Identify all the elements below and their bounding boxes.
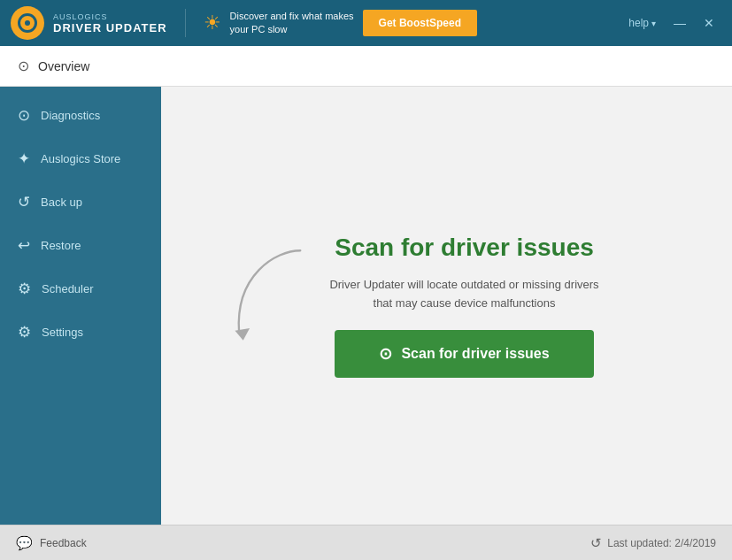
last-updated-label: Last updated: 2/4/2019: [607, 537, 716, 549]
close-button[interactable]: ✕: [697, 13, 721, 33]
scan-button-label: Scan for driver issues: [401, 346, 549, 362]
main-layout: ⊙ Diagnostics ✦ Auslogics Store ↺ Back u…: [0, 87, 732, 525]
footer-bar: 💬 Feedback ↺ Last updated: 2/4/2019: [0, 525, 732, 560]
overview-bar: ⊙ Overview: [0, 46, 732, 87]
main-content: Scan for driver issues Driver Updater wi…: [161, 87, 732, 525]
app-name-top: Auslogics: [53, 12, 167, 21]
title-bar: Auslogics DRIVER UPDATER ☀ Discover and …: [0, 0, 732, 46]
app-logo: [11, 6, 44, 40]
sidebar-item-settings[interactable]: ⚙ Settings: [0, 311, 161, 354]
scan-button-icon: ⊙: [379, 344, 392, 364]
logo-area: Auslogics DRIVER UPDATER: [11, 6, 167, 40]
title-divider: [185, 9, 186, 37]
content-center: Scan for driver issues Driver Updater wi…: [329, 234, 598, 379]
feedback-label: Feedback: [40, 537, 87, 549]
sidebar-item-restore[interactable]: ↩ Restore: [0, 224, 161, 267]
promo-text: Discover and fix what makes your PC slow: [230, 10, 354, 37]
sidebar-item-auslogics-store[interactable]: ✦ Auslogics Store: [0, 137, 161, 180]
arrow-decoration: [223, 242, 320, 349]
restore-icon: ↩: [18, 236, 30, 255]
promo-area: ☀ Discover and fix what makes your PC sl…: [204, 10, 612, 37]
scan-button[interactable]: ⊙ Scan for driver issues: [335, 330, 593, 378]
overview-icon: ⊙: [18, 58, 29, 74]
settings-icon: ⚙: [18, 323, 31, 341]
sidebar-item-label: Diagnostics: [41, 109, 100, 122]
svg-marker-0: [235, 328, 250, 341]
help-button[interactable]: help: [621, 13, 663, 33]
store-icon: ✦: [18, 150, 30, 168]
sidebar-item-label: Settings: [42, 326, 83, 339]
sidebar-item-label: Auslogics Store: [41, 152, 120, 165]
update-icon: ↺: [590, 535, 602, 551]
scheduler-icon: ⚙: [18, 280, 31, 298]
scan-description: Driver Updater will locate outdated or m…: [329, 276, 598, 313]
backup-icon: ↺: [18, 193, 30, 211]
sidebar-item-backup[interactable]: ↺ Back up: [0, 180, 161, 224]
window-controls: help — ✕: [621, 13, 721, 33]
feedback-area[interactable]: 💬 Feedback: [16, 535, 87, 551]
scan-title: Scan for driver issues: [335, 234, 594, 262]
overview-label: Overview: [38, 59, 89, 73]
sidebar: ⊙ Diagnostics ✦ Auslogics Store ↺ Back u…: [0, 87, 161, 525]
sidebar-item-label: Scheduler: [42, 282, 94, 295]
diagnostics-icon: ⊙: [18, 106, 30, 125]
sidebar-item-diagnostics[interactable]: ⊙ Diagnostics: [0, 94, 161, 137]
app-name: Auslogics DRIVER UPDATER: [53, 12, 167, 35]
sidebar-item-label: Restore: [41, 239, 81, 252]
boost-speed-button[interactable]: Get BoostSpeed: [363, 10, 477, 36]
sidebar-item-label: Back up: [41, 196, 82, 209]
sidebar-item-scheduler[interactable]: ⚙ Scheduler: [0, 267, 161, 311]
last-updated: ↺ Last updated: 2/4/2019: [590, 535, 716, 551]
bulb-icon: ☀: [204, 12, 221, 35]
feedback-icon: 💬: [16, 535, 33, 551]
minimize-button[interactable]: —: [667, 13, 693, 33]
app-name-bottom: DRIVER UPDATER: [53, 21, 167, 35]
